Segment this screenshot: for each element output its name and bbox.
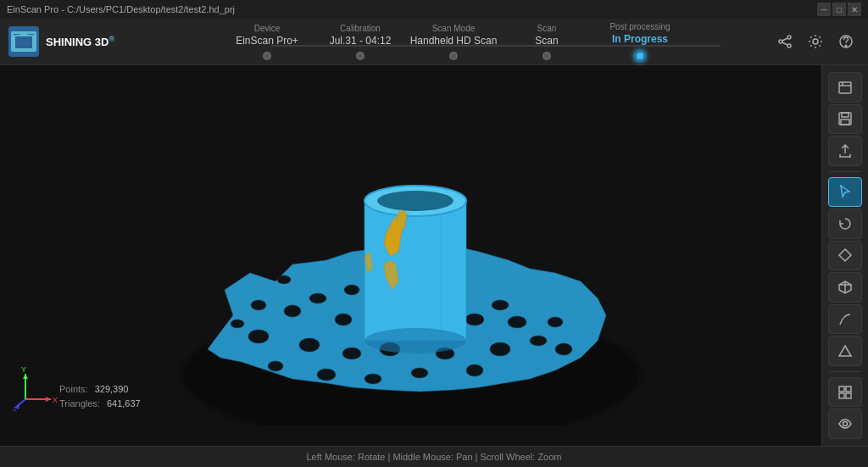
step-scan[interactable]: Scan Scan [500,24,593,60]
points-label: Points: [59,382,88,398]
step-post-dot [634,50,646,62]
step-scan-mode-dot [449,52,458,60]
window-controls: ─ □ ✕ [817,3,861,16]
step-scan-value: Scan [535,35,558,47]
viewport[interactable]: X Y Z Points: 329,390 Triangles: 641,637 [0,65,821,446]
share-button[interactable] [771,28,798,55]
svg-rect-70 [839,393,844,398]
svg-marker-54 [23,374,28,379]
svg-point-39 [231,320,244,328]
step-device[interactable]: Device EinScan Pro+ [220,24,314,60]
svg-point-17 [299,338,320,352]
svg-point-8 [813,39,818,44]
svg-point-5 [787,44,791,47]
rotate-button[interactable] [828,208,862,239]
svg-point-43 [377,191,453,211]
step-post-processing[interactable]: Post processing In Progress [593,22,687,62]
svg-rect-59 [839,82,851,93]
svg-rect-71 [846,393,851,398]
toolbar-separator-1 [830,171,860,172]
logo-icon [8,26,39,57]
svg-point-20 [364,374,381,384]
svg-rect-68 [839,386,844,392]
statusbar: Left Mouse: Rotate | Middle Mouse: Pan |… [0,446,868,467]
view-diamond-button[interactable] [828,241,862,271]
step-calibration-value: Jul.31 - 04:12 [330,35,392,47]
save-button[interactable] [828,104,862,135]
svg-text:Y: Y [21,365,26,374]
svg-point-19 [342,347,361,359]
svg-point-13 [248,330,269,343]
triangles-label: Triangles: [59,397,100,412]
3d-scan-visualization [123,86,699,425]
right-toolbar [821,65,868,446]
svg-point-4 [779,40,782,43]
help-button[interactable] [832,28,860,55]
svg-rect-62 [841,120,849,125]
svg-point-31 [465,314,484,325]
toolbar-separator-2 [830,371,860,372]
svg-rect-41 [441,201,466,341]
svg-point-35 [344,285,359,295]
axis-indicator: X Y Z [13,365,59,412]
svg-point-49 [364,328,466,353]
titlebar: EinScan Pro - C:/Users/PC1/Desktop/test2… [0,0,868,19]
select-button[interactable] [828,177,862,208]
restore-button[interactable]: □ [832,3,846,16]
eye-button[interactable] [828,409,862,439]
svg-point-27 [530,336,547,346]
step-calibration-label: Calibration [340,24,381,33]
curve-button[interactable] [828,304,862,335]
step-scan-mode[interactable]: Scan Mode Handheld HD Scan [407,24,500,60]
svg-line-6 [782,38,787,41]
header: SHINING 3D® Device EinScan Pro+ Calibrat… [0,19,868,65]
triangles-value: 641,637 [107,397,141,412]
points-value: 329,390 [95,382,129,398]
file-open-button[interactable] [828,72,862,103]
export-button[interactable] [828,136,862,166]
cube-button[interactable] [828,272,862,303]
svg-point-10 [845,45,847,47]
svg-point-14 [284,305,301,317]
logo-section: SHINING 3D® [0,26,136,57]
svg-point-15 [268,361,283,371]
stats-overlay: Points: 329,390 Triangles: 641,637 [59,382,141,412]
settings-button[interactable] [802,28,829,55]
titlebar-left: EinScan Pro - C:/Users/PC1/Desktop/test2… [7,4,235,14]
triangle-button[interactable] [828,336,862,366]
step-scan-dot [542,52,551,60]
svg-rect-61 [842,113,849,117]
svg-point-18 [335,314,352,325]
step-calibration-dot [356,52,364,60]
close-button[interactable]: ✕ [848,3,861,16]
svg-point-25 [490,342,510,356]
app-title: EinScan Pro - C:/Users/PC1/Desktop/test2… [7,4,235,14]
svg-marker-67 [839,346,851,356]
svg-rect-69 [846,386,851,392]
svg-marker-1 [18,32,30,36]
svg-point-36 [309,293,326,303]
svg-point-38 [277,275,291,284]
svg-point-3 [787,36,791,39]
grid-button[interactable] [828,377,862,408]
step-device-label: Device [254,24,281,33]
statusbar-hint: Left Mouse: Rotate | Middle Mouse: Pan |… [306,452,561,462]
svg-line-7 [782,42,787,45]
step-device-dot [263,52,271,60]
step-calibration[interactable]: Calibration Jul.31 - 04:12 [314,24,407,60]
logo-text: SHINING 3D® [46,35,114,48]
svg-marker-51 [46,397,51,402]
svg-marker-63 [839,249,851,261]
svg-rect-0 [14,36,33,49]
step-scan-mode-value: Handheld HD Scan [410,35,498,47]
step-scan-mode-label: Scan Mode [432,24,476,33]
svg-point-29 [555,343,572,355]
svg-point-16 [317,369,336,381]
workflow: Device EinScan Pro+ Calibration Jul.31 -… [136,22,771,62]
svg-point-28 [548,317,563,327]
step-post-value: In Progress [612,33,668,45]
step-scan-label: Scan [537,24,557,33]
svg-point-26 [508,316,526,328]
step-device-value: EinScan Pro+ [236,35,298,47]
minimize-button[interactable]: ─ [817,3,831,16]
